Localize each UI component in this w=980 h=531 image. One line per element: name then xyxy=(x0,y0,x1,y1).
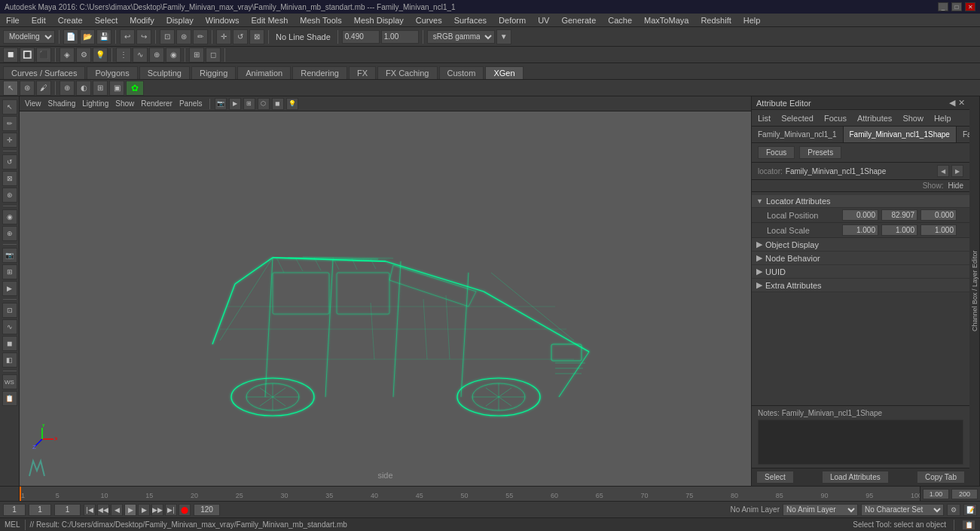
local-pos-y[interactable] xyxy=(881,209,917,221)
current-frame-input[interactable] xyxy=(3,504,26,516)
vp-menu-view[interactable]: View xyxy=(23,99,44,108)
vp-menu-panels[interactable]: Panels xyxy=(177,99,205,108)
viewport-3d[interactable]: side X Y xyxy=(20,111,751,486)
attr-editor-close-icon[interactable]: ✕ xyxy=(958,98,965,108)
vp-cam-icon[interactable]: 📷 xyxy=(215,98,227,110)
menu-edit[interactable]: Edit xyxy=(29,14,49,26)
step-back-button[interactable]: ◀◀ xyxy=(97,504,109,516)
ipr-icon[interactable]: ⬛ xyxy=(36,47,51,63)
move-tool-btn[interactable]: ✛ xyxy=(2,133,17,148)
soft-select-btn[interactable]: ◉ xyxy=(2,209,17,224)
play-button[interactable]: ▶ xyxy=(124,504,136,516)
local-scale-y[interactable] xyxy=(881,224,917,236)
xgen-btn2[interactable]: ◐ xyxy=(76,81,91,96)
color-options-icon[interactable]: ▼ xyxy=(496,29,511,44)
ae-nav-help[interactable]: Help xyxy=(931,112,954,124)
menu-modify[interactable]: Modify xyxy=(127,14,157,26)
range-start-input[interactable] xyxy=(54,504,81,516)
prev-frame-button[interactable]: ◀ xyxy=(111,504,123,516)
paint-icon[interactable]: ✏ xyxy=(193,29,208,44)
snap-curve-icon[interactable]: ∿ xyxy=(133,47,148,63)
copy-tab-button[interactable]: Copy Tab xyxy=(917,471,965,484)
load-attributes-button[interactable]: Load Attributes xyxy=(822,471,889,484)
snap-point-icon[interactable]: ⊕ xyxy=(149,47,164,63)
minimize-button[interactable]: _ xyxy=(938,2,948,11)
tab-sculpting[interactable]: Sculpting xyxy=(139,66,190,79)
open-scene-icon[interactable]: 📂 xyxy=(80,29,95,44)
tab-fx-caching[interactable]: FX Caching xyxy=(377,66,437,79)
channel-box-btn[interactable]: 📋 xyxy=(2,391,17,406)
rotate-tool-btn[interactable]: ↺ xyxy=(2,154,17,169)
select-tool-icon[interactable]: ↖ xyxy=(3,81,18,96)
menu-create[interactable]: Create xyxy=(55,14,86,26)
close-button[interactable]: ✕ xyxy=(965,2,975,11)
surfaces-btn[interactable]: ◼ xyxy=(2,336,17,351)
vp-smooth-icon[interactable]: ◼ xyxy=(272,98,284,110)
script-editor-icon[interactable]: 📝 xyxy=(963,504,977,516)
menu-mesh-display[interactable]: Mesh Display xyxy=(351,14,407,26)
render-seq-icon[interactable]: 🔳 xyxy=(20,47,35,63)
object-display-section[interactable]: ▶ Object Display xyxy=(752,238,969,252)
vp-menu-show[interactable]: Show xyxy=(113,99,136,108)
menu-display[interactable]: Display xyxy=(163,14,197,26)
paint-mode-btn[interactable]: ✏ xyxy=(2,116,17,131)
grid-btn[interactable]: ⊞ xyxy=(2,264,17,279)
anim-layer-select[interactable]: No Anim Layer xyxy=(783,504,858,516)
scale-icon[interactable]: ⊠ xyxy=(249,29,264,44)
menu-file[interactable]: File xyxy=(3,14,23,26)
xgen-btn4[interactable]: ▣ xyxy=(109,81,124,96)
timeline-end-input[interactable] xyxy=(951,489,978,499)
menu-curves[interactable]: Curves xyxy=(413,14,445,26)
render-view-btn[interactable]: ▶ xyxy=(2,281,17,296)
snap-btn[interactable]: ⊕ xyxy=(2,226,17,241)
undo-icon[interactable]: ↩ xyxy=(120,29,135,44)
attr-tab-ncl1[interactable]: Family_Minivan_ncl1_1 xyxy=(752,127,844,142)
locator-navigate-right-icon[interactable]: ▶ xyxy=(951,165,963,177)
timeline-scale-input[interactable] xyxy=(923,489,949,499)
menu-help[interactable]: Help xyxy=(740,14,764,26)
menu-mesh-tools[interactable]: Mesh Tools xyxy=(297,14,344,26)
hide-button[interactable]: Hide xyxy=(948,182,963,190)
show-manipulator-btn[interactable]: ⊡ xyxy=(2,303,17,318)
select-mode-btn[interactable]: ↖ xyxy=(2,99,17,114)
lasso-icon[interactable]: ⊛ xyxy=(176,29,191,44)
construction-plane-icon[interactable]: ⊞ xyxy=(189,47,204,63)
script-editor-bottom-icon[interactable]: 📋 xyxy=(962,520,975,530)
mode-select[interactable]: Modeling xyxy=(3,30,55,44)
tab-rendering[interactable]: Rendering xyxy=(292,66,347,79)
camera-btn[interactable]: 📷 xyxy=(2,248,17,263)
timeline-ruler[interactable]: 1 5 10 15 20 25 30 35 40 45 50 55 60 65 … xyxy=(20,487,920,501)
select-icon[interactable]: ⊡ xyxy=(160,29,175,44)
attr-tab-ncl1shape[interactable]: Family_Minivan_ncl1_1Shape xyxy=(844,127,957,142)
tab-rigging[interactable]: Rigging xyxy=(191,66,236,79)
locator-navigate-left-icon[interactable]: ◀ xyxy=(937,165,949,177)
select-button[interactable]: Select xyxy=(756,471,794,484)
vp-grid-icon[interactable]: ⊞ xyxy=(243,98,255,110)
extra-attributes-section[interactable]: ▶ Extra Attributes xyxy=(752,279,969,292)
ae-nav-selected[interactable]: Selected xyxy=(778,112,817,124)
xgen-btn3[interactable]: ⊞ xyxy=(93,81,108,96)
channel-box-strip[interactable]: Channel Box / Layer Editor xyxy=(969,96,980,486)
xray-icon[interactable]: ◻ xyxy=(206,47,221,63)
ae-nav-attributes[interactable]: Attributes xyxy=(854,112,895,124)
focus-button[interactable]: Focus xyxy=(758,146,795,159)
snap-input[interactable] xyxy=(342,30,380,44)
redo-icon[interactable]: ↪ xyxy=(136,29,151,44)
notes-content-box[interactable] xyxy=(758,420,963,465)
step-forward-button[interactable]: ▶▶ xyxy=(151,504,163,516)
menu-redshift[interactable]: Redshift xyxy=(698,14,734,26)
record-button[interactable]: ⬤ xyxy=(179,504,191,516)
curves-btn[interactable]: ∿ xyxy=(2,319,17,334)
menu-deform[interactable]: Deform xyxy=(496,14,529,26)
vp-wire-icon[interactable]: ⬡ xyxy=(258,98,270,110)
tab-polygons[interactable]: Polygons xyxy=(87,66,137,79)
next-frame-button[interactable]: ▶ xyxy=(138,504,150,516)
vp-render-icon[interactable]: ▶ xyxy=(229,98,241,110)
tab-curves-surfaces[interactable]: Curves / Surfaces xyxy=(3,66,85,79)
vp-menu-lighting[interactable]: Lighting xyxy=(80,99,111,108)
menu-select[interactable]: Select xyxy=(92,14,121,26)
tab-animation[interactable]: Animation xyxy=(237,66,291,79)
color-space-select[interactable]: sRGB gamma xyxy=(427,30,495,44)
locator-attributes-section[interactable]: ▼ Locator Attributes xyxy=(752,195,969,208)
local-scale-z[interactable] xyxy=(920,224,957,236)
